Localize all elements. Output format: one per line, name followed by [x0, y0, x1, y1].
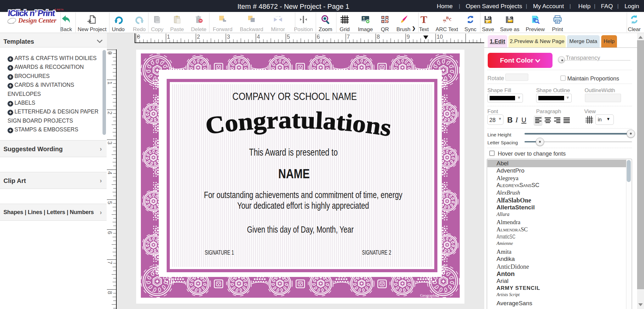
svg-text:Your dedicated effort is highl: Your dedicated effort is highly apprecia… [237, 201, 369, 211]
svg-text:6: 6 [317, 34, 320, 40]
svg-text:T: T [420, 15, 427, 24]
svg-text:2: 2 [197, 34, 200, 40]
svg-text:3: 3 [107, 141, 113, 144]
svg-text:4: 4 [107, 171, 113, 174]
svg-text:® BETA: ® BETA [54, 8, 64, 11]
svg-text:COMPANY OR SCHOOL NAME: COMPANY OR SCHOOL NAME [232, 90, 357, 102]
svg-text:6: 6 [107, 231, 113, 234]
svg-text:Geographics: Geographics [420, 293, 439, 298]
svg-text:3: 3 [227, 34, 230, 40]
svg-text:SIGNATURE 2: SIGNATURE 2 [362, 249, 391, 256]
svg-text:8: 8 [377, 34, 380, 40]
svg-text:7: 7 [347, 34, 350, 40]
svg-text:NAME: NAME [278, 166, 310, 181]
svg-text:4: 4 [257, 34, 260, 40]
svg-text:For outstanding achievements a: For outstanding achievements and commitm… [204, 190, 402, 200]
svg-text:1: 1 [107, 81, 113, 85]
svg-text:SIGNATURE 1: SIGNATURE 1 [205, 249, 234, 256]
svg-text:Design Center: Design Center [18, 17, 57, 24]
svg-text:2: 2 [107, 111, 113, 114]
svg-text:IClick n’ Print: IClick n’ Print [8, 8, 56, 18]
svg-text:Given this day of Day, Month,: Given this day of Day, Month, Year [247, 224, 354, 235]
svg-text:5: 5 [107, 201, 113, 204]
svg-text:10: 10 [437, 34, 443, 40]
svg-text:This Award is presented to: This Award is presented to [249, 147, 338, 158]
svg-text:9: 9 [407, 34, 410, 40]
svg-text:1: 1 [167, 34, 170, 40]
svg-text:7: 7 [107, 261, 113, 264]
svg-text:5: 5 [287, 34, 290, 40]
svg-text:8: 8 [107, 291, 113, 294]
svg-text:B: B [446, 15, 449, 20]
